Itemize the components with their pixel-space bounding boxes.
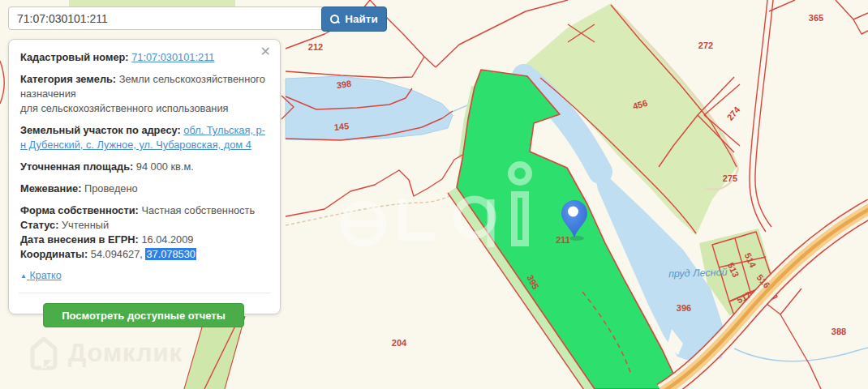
info-row-land-category: Категория земель: Земли сельскохозяйстве… (20, 72, 267, 116)
row-label: Уточненная площадь: (20, 160, 133, 173)
info-row-ownership: Форма собственности: Частная собственнос… (20, 203, 267, 218)
info-row-status: Статус: Учтенный (20, 218, 267, 233)
row-label: Межевание: (20, 182, 81, 194)
row-label: Форма собственности: (20, 204, 139, 216)
map-pin[interactable] (555, 194, 595, 243)
coordinate-lat: 54.094627, (91, 248, 143, 260)
info-row-area: Уточненная площадь: 94 000 кв.м. (20, 160, 267, 174)
row-label: Координаты: (20, 248, 88, 260)
row-value: 16.04.2009 (141, 233, 193, 246)
collapse-link[interactable]: ▲ Кратко (20, 268, 62, 284)
cadastral-map-app: Домклик 21239814527236545627427521139539… (0, 0, 868, 389)
close-icon[interactable]: ✕ (260, 45, 271, 58)
row-value-2: для сельскохозяйственного использования (20, 102, 228, 114)
cadastral-number-link[interactable]: 71:07:030101:211 (131, 51, 214, 63)
info-row-cadastral-number: Кадастровый номер: 71:07:030101:211 (20, 50, 267, 65)
search-button[interactable]: Найти (321, 6, 387, 32)
coordinate-lon-selected: 37.078530 (145, 248, 196, 260)
info-panel: ✕ Кадастровый номер: 71:07:030101:211 Ка… (8, 39, 281, 314)
row-value: 94 000 кв.м. (136, 160, 194, 173)
search-input[interactable] (8, 6, 324, 30)
domclick-house-icon (28, 336, 60, 371)
triangle-up-icon: ▲ (20, 269, 27, 284)
pond-label: пруд Лесной (668, 267, 728, 280)
info-row-egrn-date: Дата внесения в ЕГРН: 16.04.2009 (20, 233, 267, 247)
row-label: Статус: (20, 219, 58, 231)
domclick-watermark-text: Домклик (68, 339, 183, 368)
search-button-label: Найти (345, 13, 377, 25)
search-icon (330, 15, 340, 24)
row-value: Частная собственность (141, 204, 255, 216)
domclick-watermark: Домклик (28, 336, 183, 371)
info-row-coordinates: Координаты: 54.094627, 37.078530 (20, 247, 267, 262)
row-label: Земельный участок по адресу: (20, 124, 181, 136)
info-row-address: Земельный участок по адресу: обл. Тульск… (20, 123, 267, 152)
row-label: Категория земель: (20, 73, 116, 85)
info-row-survey: Межевание: Проведено (20, 182, 267, 196)
row-label: Дата внесения в ЕГРН: (20, 233, 139, 246)
row-value: Проведено (84, 182, 138, 194)
view-reports-button[interactable]: Посмотреть доступные отчеты (43, 303, 244, 327)
row-label: Кадастровый номер: (20, 51, 129, 63)
collapse-link-label: Кратко (29, 270, 61, 281)
panel-divider (19, 293, 270, 293)
row-value: Учтенный (62, 219, 109, 231)
